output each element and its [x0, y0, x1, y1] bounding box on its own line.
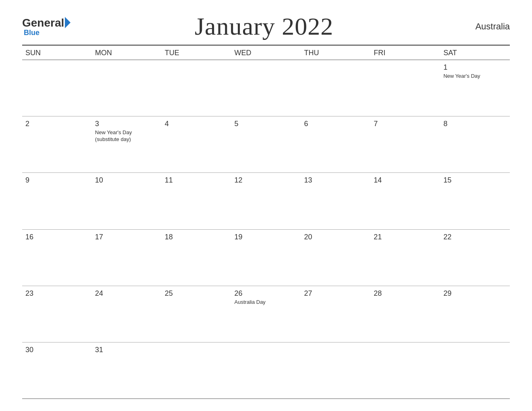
day-number: 20	[304, 233, 367, 241]
day-number: 13	[304, 176, 367, 185]
day-number: 18	[165, 233, 228, 241]
day-header-tue: TUE	[162, 46, 231, 60]
logo-arrow-icon	[65, 17, 71, 28]
logo: General Blue	[22, 17, 71, 36]
day-number: 24	[95, 289, 158, 298]
day-cell-1-0: 2	[22, 116, 92, 172]
day-cell-0-3	[231, 60, 301, 116]
day-number: 15	[443, 176, 507, 185]
day-number: 26	[235, 289, 298, 298]
day-number: 19	[235, 233, 298, 241]
day-cell-0-5	[370, 60, 440, 116]
logo-blue-text: Blue	[24, 29, 39, 36]
day-cell-3-6: 22	[440, 230, 510, 286]
week-row-5: 23242526Australia Day272829	[22, 286, 510, 342]
day-number: 11	[165, 176, 228, 185]
day-cell-4-3: 26Australia Day	[231, 286, 301, 342]
day-cell-3-1: 17	[92, 230, 162, 286]
holiday-name: Australia Day	[235, 299, 298, 306]
header: General Blue January 2022 Australia	[22, 12, 510, 46]
day-header-sat: SAT	[440, 46, 510, 60]
day-number: 23	[25, 289, 89, 298]
day-cell-5-0: 30	[22, 342, 92, 399]
day-cell-0-4	[301, 60, 370, 116]
day-cell-4-1: 24	[92, 286, 162, 342]
week-row-1: 1New Year's Day	[22, 60, 510, 116]
logo-general-text: General	[22, 17, 64, 29]
day-number: 10	[95, 176, 158, 185]
day-cell-4-0: 23	[22, 286, 92, 342]
day-number: 6	[304, 120, 367, 128]
day-cell-1-1: 3New Year's Day(substitute day)	[92, 116, 162, 172]
day-cell-5-3	[231, 342, 301, 399]
day-header-fri: FRI	[370, 46, 440, 60]
day-header-thu: THU	[301, 46, 370, 60]
day-cell-3-0: 16	[22, 230, 92, 286]
day-number: 12	[235, 176, 298, 185]
day-cell-0-2	[162, 60, 231, 116]
holiday-name: New Year's Day	[443, 73, 507, 80]
week-row-4: 16171819202122	[22, 230, 510, 286]
day-cell-2-3: 12	[231, 173, 301, 229]
day-cell-2-5: 14	[370, 173, 440, 229]
day-number: 21	[374, 233, 437, 241]
day-cell-5-6	[440, 342, 510, 399]
day-cell-2-4: 13	[301, 173, 370, 229]
calendar-page: General Blue January 2022 Australia SUN …	[0, 0, 532, 411]
week-row-3: 9101112131415	[22, 173, 510, 229]
day-header-mon: MON	[92, 46, 162, 60]
day-number: 30	[25, 346, 89, 354]
week-row-6: 3031	[22, 342, 510, 399]
day-cell-0-6: 1New Year's Day	[440, 60, 510, 116]
day-headers-row: SUN MON TUE WED THU FRI SAT	[22, 46, 510, 60]
day-number: 5	[235, 120, 298, 128]
day-number: 1	[443, 63, 507, 72]
day-cell-1-6: 8	[440, 116, 510, 172]
weeks-container: 1New Year's Day23New Year's Day(substitu…	[22, 60, 510, 399]
day-cell-1-4: 6	[301, 116, 370, 172]
day-number: 31	[95, 346, 158, 354]
day-number: 28	[374, 289, 437, 298]
day-number: 16	[25, 233, 89, 241]
day-number: 4	[165, 120, 228, 128]
day-number: 9	[25, 176, 89, 185]
calendar-grid: SUN MON TUE WED THU FRI SAT 1New Year's …	[22, 46, 510, 399]
day-cell-0-0	[22, 60, 92, 116]
day-cell-4-2: 25	[162, 286, 231, 342]
day-number: 14	[374, 176, 437, 185]
day-cell-3-3: 19	[231, 230, 301, 286]
day-cell-3-4: 20	[301, 230, 370, 286]
day-cell-4-6: 29	[440, 286, 510, 342]
day-cell-2-1: 10	[92, 173, 162, 229]
day-number: 3	[95, 120, 158, 128]
holiday-name: New Year's Day(substitute day)	[95, 129, 158, 143]
day-cell-1-5: 7	[370, 116, 440, 172]
day-cell-4-5: 28	[370, 286, 440, 342]
day-cell-2-0: 9	[22, 173, 92, 229]
day-cell-5-4	[301, 342, 370, 399]
day-number: 29	[443, 289, 507, 298]
day-number: 2	[25, 120, 89, 128]
day-cell-2-6: 15	[440, 173, 510, 229]
day-number: 8	[443, 120, 507, 128]
day-cell-1-3: 5	[231, 116, 301, 172]
day-number: 17	[95, 233, 158, 241]
day-number: 25	[165, 289, 228, 298]
week-row-2: 23New Year's Day(substitute day)45678	[22, 116, 510, 173]
day-cell-1-2: 4	[162, 116, 231, 172]
day-cell-5-1: 31	[92, 342, 162, 399]
page-title: January 2022	[71, 12, 457, 41]
day-cell-3-5: 21	[370, 230, 440, 286]
day-cell-4-4: 27	[301, 286, 370, 342]
day-cell-3-2: 18	[162, 230, 231, 286]
day-cell-5-5	[370, 342, 440, 399]
day-header-wed: WED	[231, 46, 301, 60]
day-cell-0-1	[92, 60, 162, 116]
day-number: 7	[374, 120, 437, 128]
day-cell-2-2: 11	[162, 173, 231, 229]
day-number: 27	[304, 289, 367, 298]
day-header-sun: SUN	[22, 46, 92, 60]
country-label: Australia	[457, 21, 510, 32]
day-number: 22	[443, 233, 507, 241]
day-cell-5-2	[162, 342, 231, 399]
